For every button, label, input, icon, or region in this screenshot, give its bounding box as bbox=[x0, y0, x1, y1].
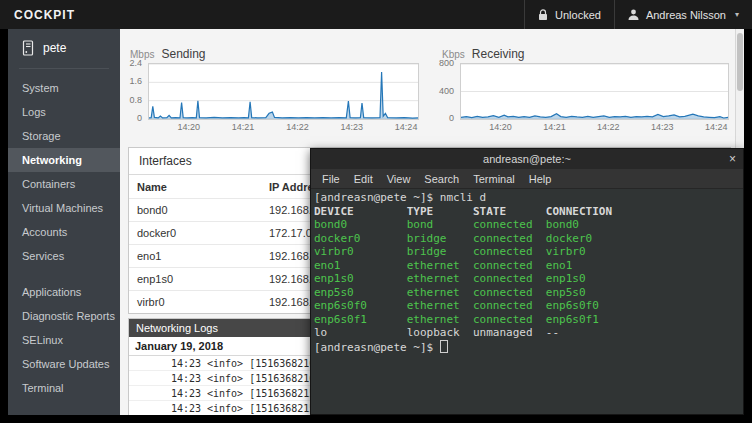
terminal-line: eno1 ethernet connected eno1 bbox=[314, 259, 740, 273]
terminal-line: docker0 bridge connected docker0 bbox=[314, 232, 740, 246]
menu-help[interactable]: Help bbox=[522, 173, 559, 185]
user-menu[interactable]: Andreas Nilsson ▾ bbox=[615, 0, 752, 29]
cockpit-logo[interactable]: COCKPIT bbox=[14, 8, 75, 22]
terminal-line: enp1s0 ethernet connected enp1s0 bbox=[314, 272, 740, 286]
menu-terminal[interactable]: Terminal bbox=[466, 173, 522, 185]
sidebar-item-system[interactable]: System bbox=[8, 76, 120, 100]
sidebar-item-services[interactable]: Services bbox=[8, 244, 120, 268]
sidebar-item-storage[interactable]: Storage bbox=[8, 124, 120, 148]
close-icon[interactable]: × bbox=[729, 149, 736, 169]
column-header-name: Name bbox=[129, 181, 269, 193]
lock-icon bbox=[538, 9, 548, 21]
unlocked-button[interactable]: Unlocked bbox=[525, 0, 614, 29]
terminal-line: virbr0 bridge connected virbr0 bbox=[314, 245, 740, 259]
log-time: 14:23 bbox=[129, 388, 201, 399]
terminal-window: andreasn@pete:~ × File Edit View Search … bbox=[310, 148, 744, 415]
interface-name: docker0 bbox=[129, 227, 269, 239]
sidebar-divider bbox=[19, 68, 109, 69]
receiving-chart: Kbps Receiving 0400800 14:2014:2114:2214… bbox=[434, 47, 734, 149]
terminal-title: andreasn@pete:~ bbox=[483, 153, 571, 165]
receiving-y-axis: 0400800 bbox=[434, 63, 458, 118]
sidebar-item-terminal[interactable]: Terminal bbox=[8, 376, 120, 400]
user-name-label: Andreas Nilsson bbox=[646, 9, 726, 21]
sidebar-item-software-updates[interactable]: Software Updates bbox=[8, 352, 120, 376]
terminal-line: [andreasn@pete ~]$ nmcli d bbox=[314, 191, 740, 205]
top-bar: COCKPIT Unlocked Andreas Nilsson ▾ bbox=[0, 0, 752, 29]
log-time: 14:23 bbox=[129, 373, 201, 384]
sending-y-axis: 00.81.62.4 bbox=[122, 63, 146, 118]
sidebar-item-virtual-machines[interactable]: Virtual Machines bbox=[8, 196, 120, 220]
terminal-line: enp6s0f1 ethernet connected enp6s0f1 bbox=[314, 313, 740, 327]
sidebar-item-diagnostic-reports[interactable]: Diagnostic Reports bbox=[8, 304, 120, 328]
terminal-line: enp6s0f0 ethernet connected enp6s0f0 bbox=[314, 299, 740, 313]
interface-name: eno1 bbox=[129, 250, 269, 262]
log-time: 14:23 bbox=[129, 358, 201, 369]
user-icon bbox=[628, 9, 639, 20]
host-name-label: pete bbox=[43, 41, 66, 55]
chevron-down-icon: ▾ bbox=[735, 10, 739, 19]
sidebar-item-accounts[interactable]: Accounts bbox=[8, 220, 120, 244]
sidebar-item-containers[interactable]: Containers bbox=[8, 172, 120, 196]
menu-view[interactable]: View bbox=[380, 173, 418, 185]
sending-title: Sending bbox=[161, 47, 205, 61]
interface-name: enp1s0 bbox=[129, 273, 269, 285]
interface-name: virbr0 bbox=[129, 296, 269, 308]
terminal-titlebar[interactable]: andreasn@pete:~ × bbox=[311, 149, 743, 169]
terminal-line: DEVICE TYPE STATE CONNECTION bbox=[314, 205, 740, 219]
terminal-line: lo loopback unmanaged -- bbox=[314, 326, 740, 340]
terminal-menubar: File Edit View Search Terminal Help bbox=[311, 169, 743, 189]
menu-file[interactable]: File bbox=[315, 173, 347, 185]
interface-name: bond0 bbox=[129, 204, 269, 216]
sending-plot bbox=[148, 63, 419, 120]
sidebar-item-logs[interactable]: Logs bbox=[8, 100, 120, 124]
server-icon bbox=[21, 40, 35, 56]
menu-edit[interactable]: Edit bbox=[347, 173, 380, 185]
sidebar-item-applications[interactable]: Applications bbox=[8, 280, 120, 304]
terminal-line: enp5s0 ethernet connected enp5s0 bbox=[314, 286, 740, 300]
terminal-line: [andreasn@pete ~]$ bbox=[314, 340, 740, 355]
unlocked-label: Unlocked bbox=[555, 9, 601, 21]
log-time: 14:23 bbox=[129, 403, 201, 414]
terminal-cursor bbox=[440, 340, 448, 353]
sidebar-item-selinux[interactable]: SELinux bbox=[8, 328, 120, 352]
host-selector[interactable]: pete bbox=[8, 29, 120, 63]
sending-chart: Mbps Sending 00.81.62.4 14:2014:2114:221… bbox=[122, 47, 422, 149]
sidebar: pete System Logs Storage Networking Cont… bbox=[8, 29, 120, 415]
receiving-plot bbox=[460, 63, 729, 120]
sidebar-item-networking[interactable]: Networking bbox=[8, 148, 120, 172]
terminal-screen[interactable]: [andreasn@pete ~]$ nmcli dDEVICE TYPE ST… bbox=[311, 189, 743, 356]
terminal-line: bond0 bond connected bond0 bbox=[314, 218, 740, 232]
receiving-title: Receiving bbox=[472, 47, 525, 61]
menu-search[interactable]: Search bbox=[417, 173, 466, 185]
scrollbar-thumb[interactable] bbox=[737, 33, 743, 91]
